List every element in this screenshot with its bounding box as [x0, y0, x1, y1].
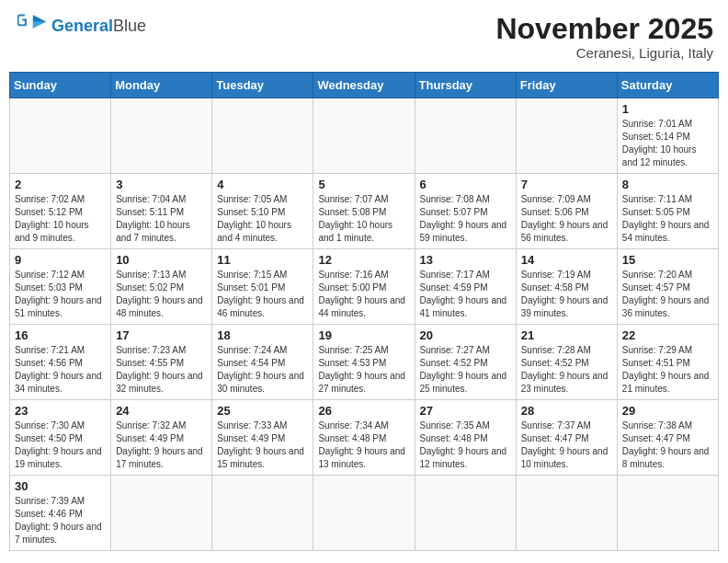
day-number: 22: [622, 328, 713, 342]
calendar-cell: 15Sunrise: 7:20 AM Sunset: 4:57 PM Dayli…: [617, 249, 718, 325]
cell-info: Sunrise: 7:02 AM Sunset: 5:12 PM Dayligh…: [15, 193, 106, 245]
cell-info: Sunrise: 7:19 AM Sunset: 4:58 PM Dayligh…: [521, 269, 612, 320]
calendar-cell: 25Sunrise: 7:33 AM Sunset: 4:49 PM Dayli…: [212, 400, 313, 476]
day-number: 29: [622, 404, 713, 418]
day-number: 6: [420, 178, 511, 191]
cell-info: Sunrise: 7:16 AM Sunset: 5:00 PM Dayligh…: [318, 269, 409, 320]
day-number: 8: [622, 178, 713, 191]
cell-info: Sunrise: 7:12 AM Sunset: 5:03 PM Dayligh…: [15, 269, 106, 320]
calendar-cell: 5Sunrise: 7:07 AM Sunset: 5:08 PM Daylig…: [313, 174, 415, 249]
calendar-cell: [313, 476, 415, 551]
day-number: 1: [622, 102, 713, 116]
day-header-saturday: Saturday: [617, 73, 718, 98]
day-number: 16: [15, 328, 106, 342]
cell-info: Sunrise: 7:11 AM Sunset: 5:05 PM Dayligh…: [622, 193, 713, 245]
calendar-cell: 14Sunrise: 7:19 AM Sunset: 4:58 PM Dayli…: [516, 249, 617, 325]
calendar-cell: 13Sunrise: 7:17 AM Sunset: 4:59 PM Dayli…: [415, 249, 516, 325]
calendar-cell: [111, 98, 212, 174]
calendar-cell: 10Sunrise: 7:13 AM Sunset: 5:02 PM Dayli…: [111, 249, 212, 325]
day-header-sunday: Sunday: [10, 73, 111, 98]
cell-info: Sunrise: 7:23 AM Sunset: 4:55 PM Dayligh…: [116, 344, 207, 396]
calendar-cell: 17Sunrise: 7:23 AM Sunset: 4:55 PM Dayli…: [111, 325, 212, 400]
day-number: 17: [116, 328, 207, 342]
day-number: 26: [318, 404, 409, 418]
logo-icon: [15, 13, 48, 39]
cell-info: Sunrise: 7:28 AM Sunset: 4:52 PM Dayligh…: [521, 344, 612, 396]
calendar-cell: [415, 98, 516, 174]
calendar-cell: 27Sunrise: 7:35 AM Sunset: 4:48 PM Dayli…: [415, 400, 516, 476]
cell-info: Sunrise: 7:39 AM Sunset: 4:46 PM Dayligh…: [15, 495, 106, 546]
day-number: 24: [116, 404, 207, 418]
day-number: 11: [217, 253, 308, 267]
day-number: 18: [217, 328, 308, 342]
cell-info: Sunrise: 7:05 AM Sunset: 5:10 PM Dayligh…: [217, 193, 308, 245]
calendar-cell: 23Sunrise: 7:30 AM Sunset: 4:50 PM Dayli…: [10, 400, 111, 476]
calendar-cell: [111, 476, 212, 551]
cell-info: Sunrise: 7:29 AM Sunset: 4:51 PM Dayligh…: [622, 344, 713, 396]
calendar-cell: 16Sunrise: 7:21 AM Sunset: 4:56 PM Dayli…: [10, 325, 111, 400]
calendar-cell: [212, 98, 313, 174]
calendar-cell: 11Sunrise: 7:15 AM Sunset: 5:01 PM Dayli…: [212, 249, 313, 325]
day-number: 30: [15, 479, 106, 493]
week-row-1: 1Sunrise: 7:01 AM Sunset: 5:14 PM Daylig…: [10, 98, 719, 174]
cell-info: Sunrise: 7:15 AM Sunset: 5:01 PM Dayligh…: [217, 269, 308, 320]
calendar-cell: 28Sunrise: 7:37 AM Sunset: 4:47 PM Dayli…: [516, 400, 617, 476]
calendar-cell: 4Sunrise: 7:05 AM Sunset: 5:10 PM Daylig…: [212, 174, 313, 249]
calendar-table: SundayMondayTuesdayWednesdayThursdayFrid…: [9, 72, 719, 551]
week-row-2: 2Sunrise: 7:02 AM Sunset: 5:12 PM Daylig…: [10, 174, 719, 249]
calendar-cell: 26Sunrise: 7:34 AM Sunset: 4:48 PM Dayli…: [313, 400, 415, 476]
calendar-cell: 2Sunrise: 7:02 AM Sunset: 5:12 PM Daylig…: [10, 174, 111, 249]
cell-info: Sunrise: 7:25 AM Sunset: 4:53 PM Dayligh…: [318, 344, 409, 396]
week-row-5: 23Sunrise: 7:30 AM Sunset: 4:50 PM Dayli…: [10, 400, 719, 476]
calendar-cell: 7Sunrise: 7:09 AM Sunset: 5:06 PM Daylig…: [516, 174, 617, 249]
day-header-wednesday: Wednesday: [313, 73, 415, 98]
day-number: 28: [521, 404, 612, 418]
calendar-cell: 8Sunrise: 7:11 AM Sunset: 5:05 PM Daylig…: [617, 174, 718, 249]
logo: GeneralBlue: [15, 13, 146, 39]
day-header-thursday: Thursday: [415, 73, 516, 98]
week-row-4: 16Sunrise: 7:21 AM Sunset: 4:56 PM Dayli…: [10, 325, 719, 400]
calendar-cell: 30Sunrise: 7:39 AM Sunset: 4:46 PM Dayli…: [10, 476, 111, 551]
day-number: 25: [217, 404, 308, 418]
calendar-cell: [516, 98, 617, 174]
day-number: 20: [420, 328, 511, 342]
day-header-tuesday: Tuesday: [212, 73, 313, 98]
day-number: 3: [116, 178, 207, 191]
week-row-6: 30Sunrise: 7:39 AM Sunset: 4:46 PM Dayli…: [10, 476, 719, 551]
cell-info: Sunrise: 7:07 AM Sunset: 5:08 PM Dayligh…: [318, 193, 409, 245]
cell-info: Sunrise: 7:37 AM Sunset: 4:47 PM Dayligh…: [521, 419, 612, 471]
cell-info: Sunrise: 7:08 AM Sunset: 5:07 PM Dayligh…: [420, 193, 511, 245]
cell-info: Sunrise: 7:33 AM Sunset: 4:49 PM Dayligh…: [217, 419, 308, 471]
calendar-cell: [313, 98, 415, 174]
calendar-cell: 18Sunrise: 7:24 AM Sunset: 4:54 PM Dayli…: [212, 325, 313, 400]
day-number: 4: [217, 178, 308, 191]
page-header: GeneralBlue November 2025 Ceranesi, Ligu…: [9, 9, 719, 64]
day-number: 7: [521, 178, 612, 191]
day-header-friday: Friday: [516, 73, 617, 98]
cell-info: Sunrise: 7:17 AM Sunset: 4:59 PM Dayligh…: [420, 269, 511, 320]
calendar-cell: 3Sunrise: 7:04 AM Sunset: 5:11 PM Daylig…: [111, 174, 212, 249]
day-header-monday: Monday: [111, 73, 212, 98]
day-number: 9: [15, 253, 106, 267]
calendar-cell: 1Sunrise: 7:01 AM Sunset: 5:14 PM Daylig…: [617, 98, 718, 174]
calendar-cell: 21Sunrise: 7:28 AM Sunset: 4:52 PM Dayli…: [516, 325, 617, 400]
calendar-cell: 19Sunrise: 7:25 AM Sunset: 4:53 PM Dayli…: [313, 325, 415, 400]
day-number: 15: [622, 253, 713, 267]
day-number: 13: [420, 253, 511, 267]
cell-info: Sunrise: 7:13 AM Sunset: 5:02 PM Dayligh…: [116, 269, 207, 320]
day-number: 27: [420, 404, 511, 418]
cell-info: Sunrise: 7:04 AM Sunset: 5:11 PM Dayligh…: [116, 193, 207, 245]
day-number: 12: [318, 253, 409, 267]
calendar-cell: [212, 476, 313, 551]
calendar-cell: [415, 476, 516, 551]
header-row: SundayMondayTuesdayWednesdayThursdayFrid…: [10, 73, 719, 98]
calendar-cell: [617, 476, 718, 551]
day-number: 14: [521, 253, 612, 267]
cell-info: Sunrise: 7:20 AM Sunset: 4:57 PM Dayligh…: [622, 269, 713, 320]
cell-info: Sunrise: 7:21 AM Sunset: 4:56 PM Dayligh…: [15, 344, 106, 396]
title-block: November 2025 Ceranesi, Liguria, Italy: [495, 13, 713, 61]
day-number: 10: [116, 253, 207, 267]
calendar-cell: 12Sunrise: 7:16 AM Sunset: 5:00 PM Dayli…: [313, 249, 415, 325]
cell-info: Sunrise: 7:32 AM Sunset: 4:49 PM Dayligh…: [116, 419, 207, 471]
month-title: November 2025: [495, 13, 713, 45]
